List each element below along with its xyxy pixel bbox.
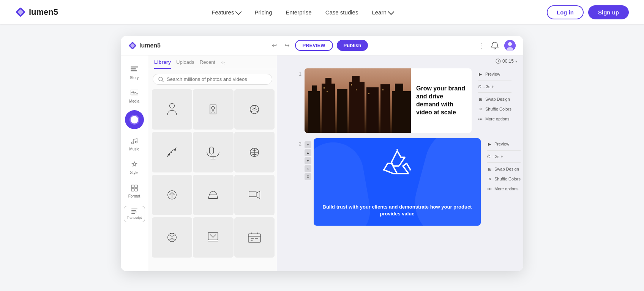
nav-case-studies[interactable]: Case studies <box>325 9 358 16</box>
sidebar-item-active[interactable] <box>125 110 144 129</box>
media-item[interactable] <box>234 132 275 172</box>
slides-list: 1 <box>277 65 523 232</box>
shuffle-colors-btn[interactable]: ✕ Shuffle Colors <box>475 105 514 113</box>
slide-preview-btn[interactable]: ▶ Preview <box>475 70 514 78</box>
slide-2-text: Build trust with your clients and demons… <box>321 204 473 217</box>
nav-logo[interactable]: lumen5 <box>15 7 58 17</box>
media-item[interactable] <box>152 132 192 172</box>
media-search-bar <box>153 74 272 85</box>
format-icon <box>129 183 139 193</box>
add-slide-btn[interactable]: + <box>305 141 311 148</box>
more-options-btn[interactable]: ••• More options <box>475 115 514 123</box>
logo-text: lumen5 <box>29 7 58 17</box>
move-up-btn[interactable]: ▲ <box>305 149 311 156</box>
media-item[interactable] <box>193 132 233 172</box>
svg-rect-49 <box>308 91 320 133</box>
play-icon-2: ▶ <box>487 141 492 147</box>
notifications-icon[interactable] <box>491 41 499 50</box>
nav-enterprise[interactable]: Enterprise <box>286 9 311 16</box>
settings-slide-btn[interactable]: ⚙ <box>305 173 311 180</box>
search-icon <box>158 77 164 82</box>
svg-point-5 <box>508 42 512 46</box>
search-input[interactable] <box>167 76 267 82</box>
slide-2-left-controls: + ▲ ▼ × ⚙ <box>305 138 311 226</box>
svg-point-13 <box>135 141 137 143</box>
time-chevron[interactable]: ▾ <box>515 59 517 63</box>
svg-rect-46 <box>248 234 260 242</box>
media-panel: Library Uploads Recent ☆ <box>148 55 277 271</box>
music-icon <box>129 136 139 146</box>
slides-panel: 00:15 ▾ 1 <box>277 55 523 271</box>
city-skyline-svg <box>305 68 411 133</box>
tab-uploads[interactable]: Uploads <box>176 59 194 69</box>
signup-button[interactable]: Sign up <box>588 5 629 19</box>
clock-icon: ⏱ <box>478 84 482 89</box>
slide-card-1[interactable]: Grow your brand and drive demand with vi… <box>305 68 472 133</box>
tab-favorites[interactable]: ☆ <box>221 60 226 69</box>
user-avatar[interactable] <box>504 40 516 51</box>
svg-rect-19 <box>131 210 136 211</box>
sidebar-item-music[interactable]: Music <box>123 133 146 154</box>
main-content: lumen5 ↩ ↪ PREVIEW Publish ⋮ <box>0 24 644 283</box>
media-item[interactable] <box>193 217 233 258</box>
slide-city-image <box>305 68 411 133</box>
sidebar-item-format[interactable]: Format <box>123 180 146 201</box>
svg-point-30 <box>175 149 176 150</box>
svg-rect-18 <box>131 209 137 209</box>
media-item[interactable] <box>152 89 192 130</box>
svg-rect-64 <box>368 93 369 94</box>
svg-rect-21 <box>131 213 135 214</box>
sidebar-item-transcript[interactable]: Transcript <box>124 206 145 222</box>
nav-learn[interactable]: Learn <box>372 9 393 16</box>
delete-slide-btn[interactable]: × <box>305 165 311 172</box>
svg-line-23 <box>162 81 164 82</box>
media-item[interactable] <box>152 175 192 215</box>
svg-rect-52 <box>325 78 331 85</box>
nav-features[interactable]: Features <box>212 9 241 16</box>
media-item[interactable] <box>193 175 233 215</box>
tab-recent[interactable]: Recent <box>200 59 215 69</box>
swap-design-btn-2[interactable]: ⊞ Swap Design <box>485 165 523 173</box>
slide-1-text: Grow your brand and drive demand with vi… <box>416 85 466 116</box>
nav-pricing[interactable]: Pricing <box>254 9 272 16</box>
undo-button[interactable]: ↩ <box>270 40 279 51</box>
media-item[interactable] <box>234 89 275 130</box>
slide-card-2[interactable]: Build trust with your clients and demons… <box>314 138 481 226</box>
svg-rect-53 <box>337 89 347 133</box>
sidebar-item-style[interactable]: Style <box>123 157 146 178</box>
slide-preview-btn-2[interactable]: ▶ Preview <box>485 140 523 148</box>
slide-number: 2 <box>292 138 301 147</box>
svg-rect-20 <box>131 212 137 212</box>
svg-rect-14 <box>131 185 134 188</box>
publish-button[interactable]: Publish <box>337 40 368 51</box>
svg-point-29 <box>169 154 170 155</box>
media-item[interactable] <box>152 217 192 258</box>
sidebar-item-story[interactable]: Story <box>123 62 146 83</box>
more-options-button[interactable]: ⋮ <box>477 41 485 50</box>
more-options-btn-2[interactable]: ••• More options <box>485 185 523 193</box>
nav-links: Features Pricing Enterprise Case studies… <box>212 9 393 16</box>
style-icon <box>129 160 139 169</box>
slide-1-controls: ▶ Preview ⏱ - 3s + ⊞ <box>472 68 514 133</box>
svg-point-24 <box>170 103 175 108</box>
sidebar-item-media[interactable]: Media <box>123 85 146 106</box>
move-down-btn[interactable]: ▼ <box>305 157 311 164</box>
media-item[interactable] <box>193 89 233 130</box>
svg-rect-15 <box>135 185 137 188</box>
more-icon: ••• <box>478 116 483 122</box>
story-icon <box>129 65 139 74</box>
media-item[interactable] <box>234 217 275 258</box>
slide-2-text-area: Build trust with your clients and demons… <box>314 204 481 226</box>
svg-rect-58 <box>392 91 411 133</box>
more-icon-2: ••• <box>487 186 492 191</box>
tab-library[interactable]: Library <box>154 59 171 69</box>
svg-point-28 <box>253 106 256 109</box>
svg-rect-63 <box>356 89 357 90</box>
redo-button[interactable]: ↪ <box>283 40 291 51</box>
slide-timer: ⏱ - 3s + <box>475 83 514 90</box>
shuffle-colors-btn-2[interactable]: ✕ Shuffle Colors <box>485 175 523 183</box>
media-item[interactable] <box>234 175 275 215</box>
preview-button[interactable]: PREVIEW <box>295 40 333 51</box>
login-button[interactable]: Log in <box>547 5 584 19</box>
swap-design-btn[interactable]: ⊞ Swap Design <box>475 95 514 103</box>
